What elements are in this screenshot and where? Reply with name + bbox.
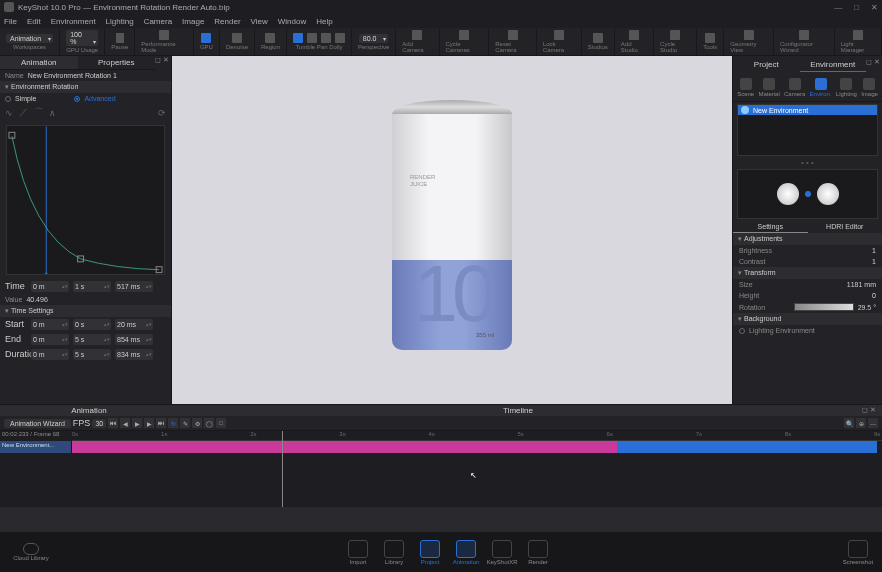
import-button[interactable]: Import: [340, 540, 376, 565]
clip-tail[interactable]: [617, 441, 877, 453]
menu-environment[interactable]: Environment: [51, 17, 96, 26]
proj-material[interactable]: Material: [758, 78, 779, 97]
undock-icon[interactable]: ◻: [155, 56, 161, 70]
section-env-rotation[interactable]: Environment Rotation: [0, 81, 171, 93]
geomview-icon[interactable]: [744, 30, 754, 40]
gpu-icon[interactable]: [201, 33, 211, 43]
tab-environment[interactable]: Environment: [800, 58, 867, 72]
undock-anim-icon[interactable]: ◻: [862, 406, 868, 415]
lockcam-icon[interactable]: [554, 30, 564, 40]
section-adjustments[interactable]: Adjustments: [733, 233, 882, 245]
search-anim-icon[interactable]: 🔍: [844, 418, 854, 428]
curve-tool-3[interactable]: ⌒: [34, 106, 43, 119]
cfgwiz-icon[interactable]: [799, 30, 809, 40]
height-val[interactable]: 0: [872, 292, 876, 299]
subtab-hdri[interactable]: HDRI Editor: [808, 221, 883, 233]
tumble-icon[interactable]: [307, 33, 317, 43]
studios-icon[interactable]: [593, 33, 603, 43]
cyclecam-icon[interactable]: [459, 30, 469, 40]
environment-list[interactable]: New Environment: [737, 104, 878, 156]
dur-m[interactable]: 0 m: [31, 349, 69, 360]
fps-value[interactable]: 30: [92, 419, 106, 428]
playhead[interactable]: [282, 431, 283, 507]
resetcam-icon[interactable]: [508, 30, 518, 40]
perf-icon[interactable]: [159, 30, 169, 40]
preview-button[interactable]: ✎: [180, 418, 190, 428]
menu-window[interactable]: Window: [278, 17, 306, 26]
start-s[interactable]: 0 s: [73, 319, 111, 330]
tab-animation[interactable]: Animation: [0, 56, 78, 70]
curve-tool-2[interactable]: ／: [19, 106, 28, 119]
menu-lighting[interactable]: Lighting: [106, 17, 134, 26]
menu-view[interactable]: View: [251, 17, 268, 26]
library-button[interactable]: Library: [376, 540, 412, 565]
section-transform[interactable]: Transform: [733, 267, 882, 279]
curve-tool-1[interactable]: ∿: [5, 108, 13, 118]
proj-scene[interactable]: Scene: [737, 78, 754, 97]
track-name[interactable]: New Environment...: [0, 441, 72, 453]
menu-render[interactable]: Render: [214, 17, 240, 26]
time-sec[interactable]: 1 s: [73, 281, 111, 292]
pause-icon[interactable]: [116, 33, 124, 43]
tool-b-icon[interactable]: □: [216, 418, 226, 428]
screenshot-button[interactable]: Screenshot: [840, 540, 876, 565]
proj-camera[interactable]: Camera: [784, 78, 805, 97]
tumble-c-icon[interactable]: [293, 33, 303, 43]
goto-start-button[interactable]: ⏮: [108, 418, 118, 428]
proj-environ[interactable]: Environ.: [810, 78, 832, 97]
curve-tool-4[interactable]: ∧: [49, 108, 56, 118]
lightmgr-icon[interactable]: [853, 30, 863, 40]
tools-icon[interactable]: [705, 33, 715, 43]
env-item[interactable]: New Environment: [738, 105, 877, 115]
curve-editor[interactable]: [6, 125, 165, 275]
menu-edit[interactable]: Edit: [27, 17, 41, 26]
goto-end-button[interactable]: ⏭: [156, 418, 166, 428]
end-m[interactable]: 0 m: [31, 334, 69, 345]
curve-reset-icon[interactable]: ⟳: [158, 108, 166, 118]
hdri-light-2[interactable]: [817, 183, 839, 205]
menu-file[interactable]: File: [4, 17, 17, 26]
hdri-light-1[interactable]: [777, 183, 799, 205]
dur-s[interactable]: 5 s: [73, 349, 111, 360]
cloud-library-button[interactable]: Cloud Library: [6, 543, 56, 561]
radio-simple[interactable]: [5, 96, 11, 102]
close-anim-icon[interactable]: ✕: [870, 406, 876, 415]
end-ms[interactable]: 854 ms: [115, 334, 153, 345]
menu-image[interactable]: Image: [182, 17, 204, 26]
loop-button[interactable]: ↻: [168, 418, 178, 428]
project-button[interactable]: Project: [412, 540, 448, 565]
start-m[interactable]: 0 m: [31, 319, 69, 330]
menu-anim-icon[interactable]: ⋯: [868, 418, 878, 428]
cyclestudio-icon[interactable]: [670, 30, 680, 40]
contrast-val[interactable]: 1: [872, 258, 876, 265]
step-fwd-button[interactable]: ▶: [144, 418, 154, 428]
zoom-fit-icon[interactable]: ⊕: [856, 418, 866, 428]
hdri-pin[interactable]: [805, 191, 811, 197]
section-time-settings[interactable]: Time Settings: [0, 305, 171, 317]
settings-anim-icon[interactable]: ⚙: [192, 418, 202, 428]
close-right-icon[interactable]: ✕: [874, 58, 880, 72]
render-viewport[interactable]: RENDERJUICE 10 355 ml: [172, 56, 732, 404]
region-icon[interactable]: [265, 33, 275, 43]
undock-right-icon[interactable]: ◻: [866, 58, 872, 72]
end-s[interactable]: 5 s: [73, 334, 111, 345]
subtab-settings[interactable]: Settings: [733, 221, 808, 233]
brightness-val[interactable]: 1: [872, 247, 876, 254]
size-val[interactable]: 1181 mm: [847, 281, 876, 288]
value-val[interactable]: 40.496: [26, 296, 47, 303]
menu-help[interactable]: Help: [316, 17, 332, 26]
tool-a-icon[interactable]: ◯: [204, 418, 214, 428]
play-button[interactable]: ▶: [132, 418, 142, 428]
cpu-drop[interactable]: 100 %: [66, 30, 98, 46]
tab-properties[interactable]: Properties: [78, 56, 156, 70]
denoise-icon[interactable]: [232, 33, 242, 43]
keyshotxr-button[interactable]: KeyShotXR: [484, 540, 520, 565]
rotation-slider[interactable]: [794, 303, 854, 311]
addstudio-icon[interactable]: [629, 30, 639, 40]
radio-advanced[interactable]: [74, 96, 80, 102]
hdri-preview[interactable]: [737, 169, 878, 219]
time-min[interactable]: 0 m: [31, 281, 69, 292]
addcam-icon[interactable]: [412, 30, 422, 40]
step-back-button[interactable]: ◀: [120, 418, 130, 428]
minimize-button[interactable]: —: [834, 3, 842, 12]
